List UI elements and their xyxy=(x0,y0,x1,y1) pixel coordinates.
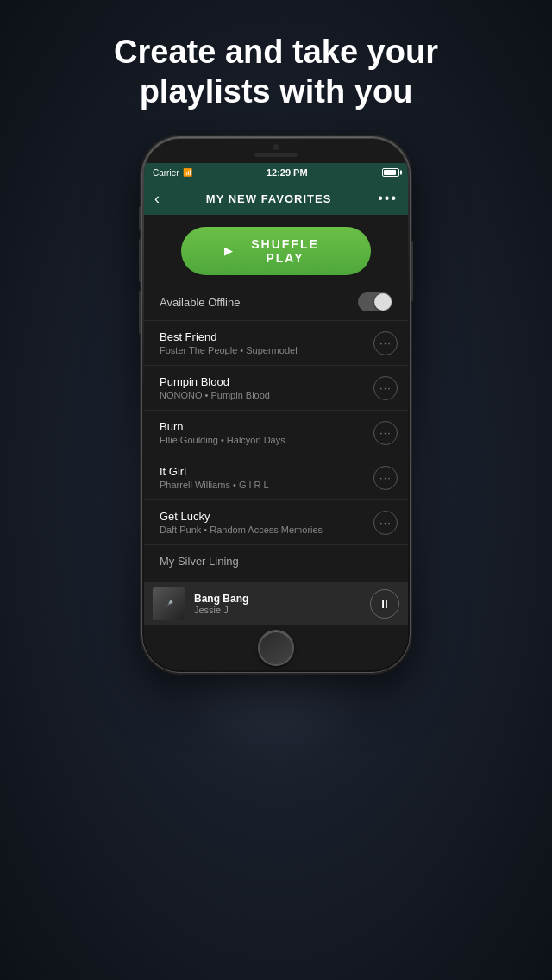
playlist-title: MY NEW FAVORITES xyxy=(206,192,332,205)
play-icon: ▶ xyxy=(224,245,234,257)
track-more-button[interactable]: ··· xyxy=(373,511,398,535)
status-bar: Carrier 📶 12:29 PM xyxy=(144,163,408,182)
offline-toggle[interactable] xyxy=(358,292,392,311)
battery-area xyxy=(382,168,399,177)
now-playing-bar: 🎤 Bang Bang Jessie J ⏸ xyxy=(144,582,408,625)
shuffle-area: ▶ SHUFFLE PLAY xyxy=(144,215,408,284)
now-playing-info: Bang Bang Jessie J xyxy=(194,593,370,615)
album-art: 🎤 xyxy=(153,587,185,620)
toggle-knob xyxy=(374,293,392,311)
track-item: It Girl Pharrell Williams • G I R L ··· xyxy=(144,455,408,500)
navigation-bar: ‹ MY NEW FAVORITES ••• xyxy=(144,182,408,215)
phone-top-area xyxy=(144,139,408,163)
volume-down-button xyxy=(139,291,141,334)
track-more-button[interactable]: ··· xyxy=(373,331,398,355)
mute-button xyxy=(139,206,141,230)
track-name: Best Friend xyxy=(160,330,373,343)
track-meta: Pharrell Williams • G I R L xyxy=(160,480,373,490)
page-headline: Create and take your playlists with you xyxy=(0,0,552,137)
track-meta: Daft Punk • Random Access Memories xyxy=(160,525,373,535)
track-meta: Foster The People • Supermodel xyxy=(160,345,373,355)
track-info: It Girl Pharrell Williams • G I R L xyxy=(160,465,373,490)
offline-toggle-row: Available Offline xyxy=(144,284,408,321)
track-item: Pumpin Blood NONONO • Pumpin Blood ··· xyxy=(144,366,408,411)
screen-content: ▶ SHUFFLE PLAY Available Offline Best Fr… xyxy=(144,215,408,625)
track-meta: Ellie Goulding • Halcyon Days xyxy=(160,435,373,445)
battery-icon xyxy=(382,168,399,177)
home-button[interactable] xyxy=(258,630,294,666)
shuffle-play-label: SHUFFLE PLAY xyxy=(242,237,328,265)
track-more-button[interactable]: ··· xyxy=(373,466,398,490)
phone-bottom xyxy=(144,625,408,670)
track-item: Burn Ellie Goulding • Halcyon Days ··· xyxy=(144,411,408,455)
carrier-info: Carrier 📶 xyxy=(153,168,192,178)
wifi-icon: 📶 xyxy=(183,168,192,177)
track-name: Pumpin Blood xyxy=(160,375,373,388)
phone-screen: Carrier 📶 12:29 PM ‹ MY NEW FAVORITES ••… xyxy=(144,139,408,670)
track-name: My Silver Lining xyxy=(160,555,398,568)
track-info: Pumpin Blood NONONO • Pumpin Blood xyxy=(160,375,373,400)
track-meta: NONONO • Pumpin Blood xyxy=(160,390,373,400)
battery-fill xyxy=(384,170,396,175)
now-playing-title: Bang Bang xyxy=(194,593,370,605)
album-thumbnail: 🎤 xyxy=(153,587,185,620)
back-button[interactable]: ‹ xyxy=(154,190,160,208)
track-more-button[interactable]: ··· xyxy=(373,421,398,445)
track-item-partial: My Silver Lining xyxy=(144,545,408,571)
power-button xyxy=(411,241,413,301)
track-info: Burn Ellie Goulding • Halcyon Days xyxy=(160,420,373,445)
track-item: Get Lucky Daft Punk • Random Access Memo… xyxy=(144,500,408,545)
carrier-label: Carrier xyxy=(153,168,179,178)
volume-up-button xyxy=(139,239,141,282)
track-name: Burn xyxy=(160,420,373,433)
track-name: Get Lucky xyxy=(160,510,373,523)
pause-button[interactable]: ⏸ xyxy=(370,589,399,619)
track-info: Best Friend Foster The People • Supermod… xyxy=(160,330,373,355)
track-info: Get Lucky Daft Punk • Random Access Memo… xyxy=(160,510,373,535)
track-list: Best Friend Foster The People • Supermod… xyxy=(144,321,408,582)
offline-label: Available Offline xyxy=(160,296,240,309)
phone-device: Carrier 📶 12:29 PM ‹ MY NEW FAVORITES ••… xyxy=(142,137,410,672)
camera-icon xyxy=(273,144,279,150)
shuffle-play-button[interactable]: ▶ SHUFFLE PLAY xyxy=(181,227,371,275)
more-options-button[interactable]: ••• xyxy=(378,191,398,206)
clock: 12:29 PM xyxy=(267,167,308,178)
track-item: Best Friend Foster The People • Supermod… xyxy=(144,321,408,366)
now-playing-artist: Jessie J xyxy=(194,605,370,615)
speaker-slot xyxy=(254,153,298,157)
track-name: It Girl xyxy=(160,465,373,478)
track-more-button[interactable]: ··· xyxy=(373,376,398,400)
